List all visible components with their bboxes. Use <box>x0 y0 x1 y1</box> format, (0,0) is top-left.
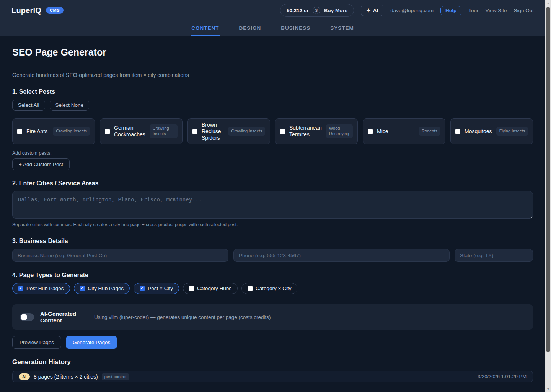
pest-category-tag: Crawling Insects <box>228 127 265 136</box>
pest-card-mosquitoes[interactable]: Mosquitoes Flying Insects <box>450 118 533 144</box>
generation-history-heading: Generation History <box>12 358 533 366</box>
view-site-link[interactable]: View Site <box>485 8 507 13</box>
phone-input[interactable] <box>233 249 450 262</box>
page-type-category-x-city[interactable]: Category × City <box>241 283 297 294</box>
cities-textarea[interactable] <box>12 191 533 219</box>
business-name-input[interactable] <box>12 249 228 262</box>
scrollbar[interactable]: ▲ ▼ <box>545 0 551 392</box>
page-type-label: Pest Hub Pages <box>26 286 64 291</box>
select-all-button[interactable]: Select All <box>12 100 45 111</box>
page-title: SEO Page Generator <box>12 47 533 58</box>
pest-name: Mice <box>377 128 414 135</box>
cities-help-text: Separate cities with commas. Each city c… <box>12 222 533 227</box>
pest-card-fire-ants[interactable]: Fire Ants Crawling Insects <box>12 118 95 144</box>
pest-card-german-cockroaches[interactable]: German Cockroaches Crawling Insects <box>100 118 183 144</box>
page-type-checkbox[interactable] <box>140 286 145 291</box>
scrollbar-up-arrow-icon[interactable]: ▲ <box>545 0 551 6</box>
page-type-category-hubs[interactable]: Category Hubs <box>183 283 238 294</box>
preview-pages-button[interactable]: Preview Pages <box>12 336 61 349</box>
page-types-heading: 4. Page Types to Generate <box>12 272 533 279</box>
pest-category-tag: Flying Insects <box>496 127 528 136</box>
page-subtitle: Generate hundreds of SEO-optimized pages… <box>12 72 533 78</box>
ai-content-description: Using vllm (luper-coder) — generates uni… <box>94 314 271 320</box>
pest-name: Mosquitoes <box>465 128 492 135</box>
pest-name: Subterranean Termites <box>289 125 322 138</box>
history-entry-tag: pest-control <box>102 373 129 380</box>
page-type-checkbox[interactable] <box>248 286 253 291</box>
page-type-checkbox[interactable] <box>189 286 194 291</box>
help-button[interactable]: Help <box>440 6 461 15</box>
cities-heading: 2. Enter Cities / Service Areas <box>12 180 533 187</box>
pest-checkbox[interactable] <box>17 129 22 134</box>
pest-checkbox[interactable] <box>192 129 197 134</box>
select-pests-heading: 1. Select Pests <box>12 88 533 95</box>
ai-content-card: AI-Generated Content Using vllm (luper-c… <box>12 304 533 330</box>
main-content: SEO Page Generator Generate hundreds of … <box>0 36 545 382</box>
history-entry-text: 8 pages (2 items × 2 cities) <box>34 374 98 380</box>
toggle-knob <box>21 314 27 320</box>
pest-category-tag: Crawling Insects <box>150 124 178 138</box>
tour-link[interactable]: Tour <box>468 8 478 13</box>
ai-content-label: AI-Generated Content <box>40 310 80 324</box>
buy-more-button[interactable]: Buy More <box>324 8 348 13</box>
app-logo: LuperIQ <box>11 6 41 15</box>
business-details-heading: 3. Business Details <box>12 238 533 245</box>
pest-checkbox[interactable] <box>280 129 285 134</box>
pest-category-tag: Rodents <box>419 127 440 136</box>
pest-checkbox[interactable] <box>368 129 373 134</box>
pest-grid: Fire Ants Crawling Insects German Cockro… <box>12 118 533 144</box>
tab-content[interactable]: CONTENT <box>191 21 220 36</box>
pest-card-brown-recluse-spiders[interactable]: Brown Recluse Spiders Crawling Insects <box>187 118 270 144</box>
tab-design[interactable]: DESIGN <box>238 21 262 36</box>
pest-name: Fire Ants <box>26 128 49 135</box>
credits-amount: 50,212 cr <box>287 8 309 13</box>
pest-checkbox[interactable] <box>455 129 460 134</box>
tab-business[interactable]: BUSINESS <box>280 21 311 36</box>
page-type-pest-x-city[interactable]: Pest × City <box>134 283 179 294</box>
scrollbar-thumb[interactable] <box>546 7 550 352</box>
top-bar: LuperIQ CMS 50,212 cr $ Buy More ✦ AI da… <box>0 0 545 21</box>
cms-badge: CMS <box>46 7 64 14</box>
app-viewport: LuperIQ CMS 50,212 cr $ Buy More ✦ AI da… <box>0 0 545 392</box>
generate-pages-button[interactable]: Generate Pages <box>66 336 117 349</box>
page-type-checkbox[interactable] <box>80 286 85 291</box>
pest-card-subterranean-termites[interactable]: Subterranean Termites Wood-Destroying <box>275 118 358 144</box>
ai-assistant-button[interactable]: ✦ AI <box>361 5 383 16</box>
pest-checkbox[interactable] <box>105 129 110 134</box>
ai-badge: AI <box>19 373 30 380</box>
page-type-label: City Hub Pages <box>88 286 124 291</box>
pest-category-tag: Crawling Insects <box>53 127 90 136</box>
main-nav: CONTENT DESIGN BUSINESS SYSTEM <box>0 21 545 36</box>
page-type-checkbox[interactable] <box>18 286 23 291</box>
business-details-row <box>12 249 533 262</box>
credits-pill[interactable]: 50,212 cr $ Buy More <box>280 4 354 17</box>
sign-out-link[interactable]: Sign Out <box>514 8 534 13</box>
topbar-right-cluster: 50,212 cr $ Buy More ✦ AI dave@luperiq.c… <box>280 4 534 17</box>
ai-content-toggle[interactable] <box>20 313 34 321</box>
page-type-pest-hub-pages[interactable]: Pest Hub Pages <box>12 283 70 294</box>
page-type-label: Pest × City <box>148 286 173 291</box>
page-type-label: Category Hubs <box>197 286 231 291</box>
pest-card-mice[interactable]: Mice Rodents <box>363 118 445 144</box>
pest-category-tag: Wood-Destroying <box>326 124 353 138</box>
pest-name: German Cockroaches <box>114 125 145 138</box>
user-email: dave@luperiq.com <box>390 8 434 13</box>
add-custom-pests-label: Add custom pests: <box>12 150 533 156</box>
page-type-pills: Pest Hub Pages City Hub Pages Pest × Cit… <box>12 283 533 294</box>
pest-name: Brown Recluse Spiders <box>202 122 224 141</box>
scrollbar-down-arrow-icon[interactable]: ▼ <box>545 386 551 392</box>
pest-select-buttons: Select All Select None <box>12 100 533 111</box>
ai-button-label: AI <box>373 8 378 13</box>
tab-system[interactable]: SYSTEM <box>329 21 355 36</box>
page-type-city-hub-pages[interactable]: City Hub Pages <box>74 283 130 294</box>
sparkle-icon: ✦ <box>366 7 370 13</box>
history-entry-timestamp: 3/20/2026 1:01:29 PM <box>478 374 527 379</box>
action-buttons: Preview Pages Generate Pages <box>12 336 533 349</box>
select-none-button[interactable]: Select None <box>50 100 90 111</box>
dollar-icon[interactable]: $ <box>313 7 320 14</box>
state-input[interactable] <box>455 249 533 262</box>
add-custom-pest-button[interactable]: + Add Custom Pest <box>12 158 70 170</box>
page-type-label: Category × City <box>256 286 291 291</box>
history-entry[interactable]: AI 8 pages (2 items × 2 cities) pest-con… <box>12 371 533 382</box>
